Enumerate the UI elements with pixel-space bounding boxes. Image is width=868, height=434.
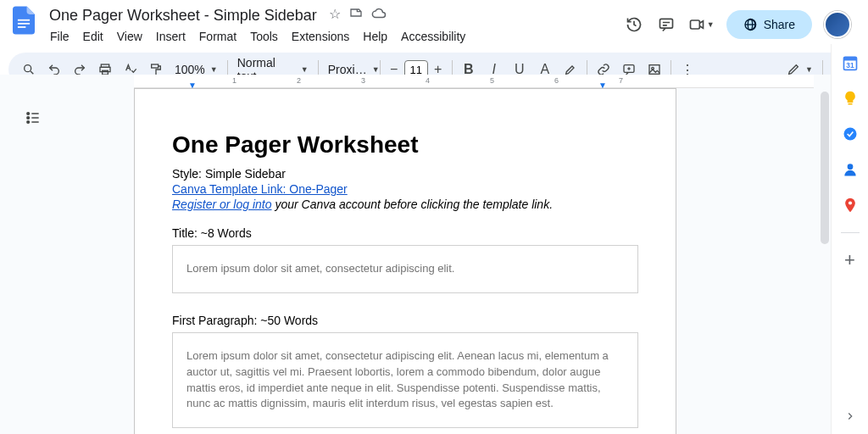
ruler[interactable]: ▼ 1 2 3 4 5 6 ▼ 7: [134, 75, 814, 88]
menu-extensions[interactable]: Extensions: [286, 27, 355, 47]
star-icon[interactable]: ☆: [329, 6, 341, 25]
svg-point-23: [847, 164, 853, 170]
doc-title[interactable]: One Pager Worksheet - Simple Sidebar: [44, 5, 322, 26]
menu-tools[interactable]: Tools: [244, 27, 284, 47]
menu-accessibility[interactable]: Accessibility: [395, 27, 471, 47]
svg-rect-19: [843, 57, 856, 60]
svg-point-15: [27, 113, 30, 115]
menu-bar: File Edit View Insert Format Tools Exten…: [44, 27, 619, 47]
contacts-icon[interactable]: [842, 161, 859, 178]
maps-icon[interactable]: [842, 197, 859, 214]
register-tail: your Canva account before clicking the t…: [272, 198, 554, 211]
style-line: Style: Simple Sidebar: [172, 167, 638, 181]
svg-rect-13: [649, 65, 659, 75]
history-icon[interactable]: [624, 14, 644, 35]
svg-point-16: [27, 117, 30, 120]
svg-point-24: [848, 201, 851, 204]
section2-body[interactable]: Lorem ipsum dolor sit amet, consectetur …: [172, 332, 638, 428]
cloud-status-icon[interactable]: [371, 6, 387, 25]
menu-format[interactable]: Format: [193, 27, 242, 47]
comments-icon[interactable]: [656, 14, 676, 35]
template-link[interactable]: Canva Template Link: One-Pager: [172, 182, 348, 196]
svg-rect-2: [18, 26, 25, 28]
app-header: One Pager Worksheet - Simple Sidebar ☆ F…: [0, 0, 868, 47]
calendar-icon[interactable]: 31: [842, 54, 859, 71]
svg-rect-3: [659, 19, 672, 28]
title-area: One Pager Worksheet - Simple Sidebar ☆ F…: [44, 5, 619, 47]
svg-rect-1: [18, 23, 30, 25]
move-icon[interactable]: [349, 6, 363, 25]
svg-point-7: [25, 65, 31, 72]
svg-text:31: 31: [846, 61, 854, 70]
svg-rect-21: [848, 103, 852, 105]
meet-icon[interactable]: ▼: [688, 14, 715, 35]
share-button[interactable]: Share: [726, 10, 812, 39]
share-label: Share: [764, 18, 795, 31]
scrollbar[interactable]: [821, 92, 829, 244]
keep-icon[interactable]: [842, 90, 859, 107]
menu-insert[interactable]: Insert: [150, 27, 192, 47]
addons-icon[interactable]: +: [842, 252, 859, 269]
account-avatar[interactable]: [824, 11, 851, 38]
svg-rect-4: [690, 20, 699, 29]
side-panel: 31 +: [831, 44, 868, 434]
svg-rect-11: [152, 64, 159, 68]
side-panel-collapse-icon[interactable]: [844, 410, 856, 426]
menu-file[interactable]: File: [44, 27, 75, 47]
doc-heading: One Pager Worksheet: [172, 131, 638, 159]
section1-label: Title: ~8 Words: [172, 226, 638, 240]
section2-label: First Paragraph: ~50 Words: [172, 314, 638, 327]
register-link[interactable]: Register or log into: [172, 198, 272, 211]
docs-logo-icon[interactable]: [8, 5, 39, 36]
svg-rect-0: [18, 19, 30, 21]
section1-body[interactable]: Lorem ipsum dolor sit amet, consectetur …: [172, 245, 638, 293]
document-page[interactable]: One Pager Worksheet Style: Simple Sideba…: [134, 88, 676, 434]
header-actions: ▼ Share: [624, 5, 860, 39]
svg-point-22: [843, 128, 856, 141]
tasks-icon[interactable]: [842, 125, 859, 142]
menu-view[interactable]: View: [111, 27, 148, 47]
outline-toggle-icon[interactable]: [20, 105, 46, 131]
document-area: ▼ 1 2 3 4 5 6 ▼ 7 One Pager Worksheet St…: [0, 75, 831, 434]
svg-point-17: [27, 121, 30, 124]
menu-help[interactable]: Help: [357, 27, 393, 47]
menu-edit[interactable]: Edit: [77, 27, 109, 47]
